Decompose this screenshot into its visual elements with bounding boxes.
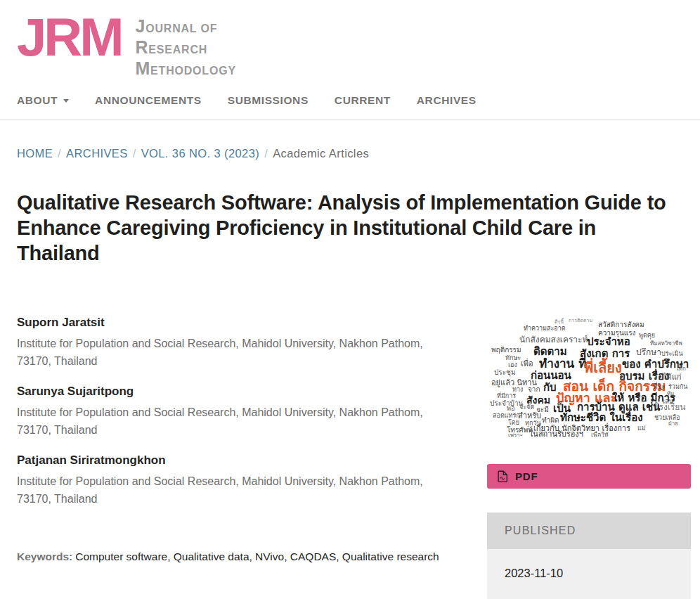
wordcloud-word: เด็ก — [677, 366, 686, 372]
page-title: Qualitative Research Software: Analysis … — [17, 190, 678, 266]
logo-acronym: JRM — [17, 11, 121, 63]
nav-item-current[interactable]: CURRENT — [335, 94, 391, 107]
nav-item-archives[interactable]: ARCHIVES — [417, 94, 477, 107]
author-entry: Suporn Jaratsit Institute for Population… — [17, 316, 470, 370]
journal-logo[interactable]: JRM Journal of Research Methodology — [17, 10, 235, 80]
wordcloud-word: ทักษะชีวิต ในเรื่อง — [560, 413, 643, 423]
article-details: Suporn Jaratsit Institute for Population… — [17, 316, 470, 567]
author-entry: Patjanan Siriratmongkhon Institute for P… — [17, 453, 470, 508]
wordcloud-word: ปรึกษา — [636, 348, 661, 356]
logo-line: Journal of — [135, 17, 235, 38]
wordcloud-word: ทำงาน ที่ — [539, 358, 586, 370]
wordcloud-word: ทีม — [667, 392, 675, 397]
site-header: JRM Journal of Research Methodology — [0, 0, 700, 82]
breadcrumb-link-archives[interactable]: ARCHIVES — [66, 147, 128, 160]
logo-line: Research — [135, 38, 235, 59]
logo-text: Journal of Research Methodology — [135, 17, 235, 80]
wordcloud-word: พูดคุย — [639, 333, 655, 339]
keywords-block: Keywords:Computer software, Qualitative … — [17, 546, 456, 567]
nav-item-announcements[interactable]: ANNOUNCEMENTS — [95, 94, 202, 107]
author-affiliation: Institute for Population and Social Rese… — [17, 404, 432, 439]
breadcrumb: HOME/ARCHIVES/VOL. 36 NO. 3 (2023)/Acade… — [17, 147, 683, 160]
wordcloud-word: ประเมิน — [661, 351, 683, 357]
wordcloud-word: ทีมสหวิชาชีพ — [650, 341, 682, 347]
wordcloud-word: ทำผิด — [542, 417, 559, 424]
wordcloud-word: ทำความสะอาด — [524, 326, 566, 332]
published-header: PUBLISHED — [487, 513, 691, 549]
author-name: Sarunya Sujaritpong — [17, 385, 470, 399]
primary-navbar: ABOUT ANNOUNCEMENTS SUBMISSIONS CURRENT … — [0, 82, 700, 120]
breadcrumb-separator: / — [264, 147, 268, 160]
wordcloud-word: โดย — [508, 420, 519, 426]
breadcrumb-current-academic-articles: Academic Articles — [273, 147, 369, 160]
pdf-file-icon — [498, 470, 508, 482]
wordcloud-word: พฤติกรรม — [491, 347, 521, 354]
wordcloud-word: สำหรับ — [518, 412, 541, 420]
wordcloud-image: ดีๆนี้การติดตามทำความสะอาดสวัสดิการสังคม… — [487, 316, 691, 437]
wordcloud-word: ประจำหอ — [587, 337, 630, 347]
wordcloud-word: เพื่อให้ — [591, 432, 609, 437]
wordcloud-word: ฝ่าย — [668, 421, 678, 427]
author-affiliation: Institute for Population and Social Rese… — [17, 472, 432, 508]
wordcloud-word: ที่มีการ — [497, 393, 516, 399]
wordcloud-word: สวัสดิการสังคม — [598, 321, 644, 328]
wordcloud-word: จะจัด — [519, 404, 534, 411]
wordcloud-word: ในสถานรับรองฯ — [529, 430, 583, 437]
wordcloud-word: กับ — [543, 382, 557, 393]
wordcloud-word: แม่ — [637, 425, 646, 432]
wordcloud-word: นักสังคมสงเคราะห์ — [519, 335, 588, 344]
author-name: Suporn Jaratsit — [17, 316, 470, 330]
published-date: 2023-11-10 — [487, 549, 691, 599]
wordcloud-word: จาก — [528, 386, 540, 393]
wordcloud-word: เพราะ — [508, 433, 523, 437]
wordcloud-word: สอดแทรก — [493, 413, 520, 419]
breadcrumb-link-vol-36-no-3-2023[interactable]: VOL. 36 NO. 3 (2023) — [141, 147, 260, 160]
pdf-button-label: PDF — [515, 470, 538, 482]
wordcloud-word: พี่เลี้ยง — [584, 361, 622, 375]
chevron-down-icon — [63, 99, 69, 103]
wordcloud-word: การติดตาม — [569, 318, 592, 323]
wordcloud-word: ติดตาม — [533, 347, 567, 357]
logo-line: Methodology — [135, 59, 235, 80]
keywords-label: Keywords: — [17, 550, 72, 562]
wordcloud-word: ประชุม — [494, 369, 515, 376]
wordcloud-word: ทักษะ — [505, 355, 521, 361]
pdf-download-button[interactable]: PDF — [487, 464, 691, 489]
breadcrumb-separator: / — [58, 147, 61, 160]
wordcloud-word: ที่จะ — [653, 383, 666, 390]
article-sidebar: ดีๆนี้การติดตามทำความสะอาดสวัสดิการสังคม… — [487, 316, 691, 599]
wordcloud-word: เพื่อ — [521, 360, 533, 368]
breadcrumb-link-home[interactable]: HOME — [17, 147, 53, 160]
wordcloud-word: เอง — [508, 362, 517, 368]
content-row: Suporn Jaratsit Institute for Population… — [17, 316, 691, 599]
published-panel: PUBLISHED 2023-11-10 — [487, 513, 691, 599]
nav-item-about[interactable]: ABOUT — [17, 94, 69, 107]
keywords-value: Computer software, Qualitative data, NVi… — [75, 550, 439, 562]
wordcloud-word: ดีๆนี้ — [555, 320, 564, 325]
wordcloud-word: ร่วมกัน — [668, 384, 687, 390]
author-name: Patjanan Siriratmongkhon — [17, 453, 470, 468]
authors-list: Suporn Jaratsit Institute for Population… — [17, 316, 470, 508]
nav-item-submissions[interactable]: SUBMISSIONS — [228, 94, 309, 107]
wordcloud-word: พ่อ — [507, 406, 514, 412]
wordcloud-word: โรงเรียน — [654, 403, 686, 411]
author-affiliation: Institute for Population and Social Rese… — [17, 335, 432, 370]
breadcrumb-separator: / — [133, 147, 136, 160]
author-entry: Sarunya Sujaritpong Institute for Popula… — [17, 385, 470, 439]
